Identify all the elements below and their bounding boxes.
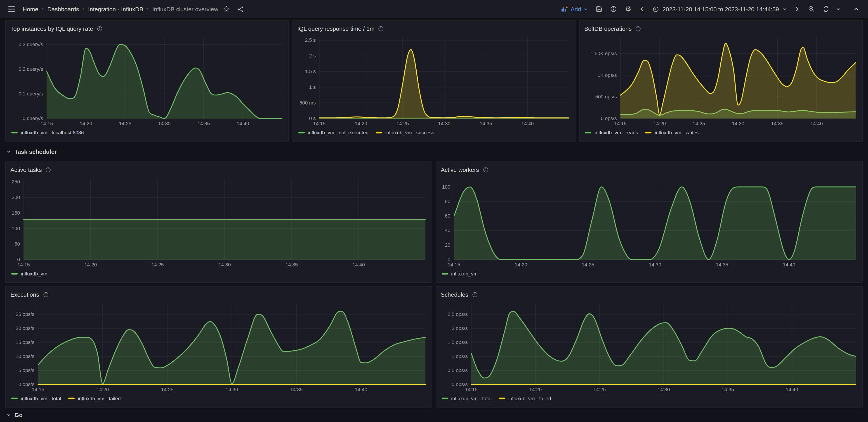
svg-text:14:25: 14:25 [693,121,705,126]
svg-text:1K ops/s: 1K ops/s [598,72,617,78]
legend-item[interactable]: influxdb_vm [442,271,477,276]
legend-swatch [645,131,652,133]
dashboard-info-icon[interactable] [608,3,620,16]
chart-canvas[interactable]: 05010015020025014:1514:2014:2514:3014:35… [9,175,428,269]
panel-info-icon[interactable] [472,292,477,297]
svg-text:0.2 query/s: 0.2 query/s [19,66,43,72]
svg-text:14:35: 14:35 [285,262,298,268]
zoom-out-icon[interactable] [805,3,818,16]
legend-item[interactable]: influxdb_vm - total [442,396,492,401]
panel-info-icon[interactable] [635,26,641,31]
svg-text:14:40: 14:40 [783,262,795,268]
legend-item[interactable]: influxdb_vm - success [376,130,434,135]
breadcrumb: Home › Dashboards › Integration - Influx… [23,6,218,12]
legend-label: influxdb_vm - failed [508,396,551,401]
legend: influxdb_vm - totalinfluxdb_vm - failed [9,393,428,403]
section-task-scheduler[interactable]: Task scheduler [5,142,863,161]
panel-header: Schedules [440,290,859,299]
panel-title[interactable]: Active tasks [10,166,42,173]
legend-label: influxdb_vm - not_executed [308,130,368,135]
breadcrumb-home[interactable]: Home [23,6,38,12]
svg-text:14:25: 14:25 [161,387,174,392]
breadcrumb-dashboards[interactable]: Dashboards [47,6,79,12]
panel-title[interactable]: Executions [10,291,39,298]
panel-title[interactable]: IQL query response time / 1m [297,25,375,32]
legend-label: influxdb_vm - localhost:8086 [21,130,84,135]
svg-text:150: 150 [12,210,20,216]
legend-item[interactable]: influxdb_vm - localhost:8086 [11,130,84,135]
panel-info-icon[interactable] [45,167,51,173]
panel-title[interactable]: BoltDB operations [584,25,632,32]
chart-canvas[interactable]: 0 s500 ms1 s1.5 s2 s2.5 s14:1514:2014:25… [296,33,571,127]
svg-text:250: 250 [12,179,20,184]
top-nav: Home › Dashboards › Integration - Influx… [0,0,868,19]
panel-executions: Executions 0 ops/s5 ops/s10 ops/s15 ops/… [5,286,432,408]
add-button[interactable]: Add [558,3,591,16]
panel-info-icon[interactable] [483,167,489,173]
svg-text:2.5 ops/s: 2.5 ops/s [447,311,468,317]
svg-text:14:35: 14:35 [479,121,492,126]
svg-text:25 ops/s: 25 ops/s [16,311,34,317]
legend-item[interactable]: influxdb_vm [11,271,47,276]
settings-icon[interactable]: ⚙ [622,3,634,16]
svg-text:14:20: 14:20 [96,387,109,392]
legend-item[interactable]: influxdb_vm - writes [645,130,699,135]
panel-info-icon[interactable] [97,26,103,31]
refresh-icon[interactable] [819,3,832,16]
svg-text:14:15: 14:15 [32,387,44,392]
svg-text:14:35: 14:35 [197,121,210,126]
chart-canvas[interactable]: 0 ops/s0.5 ops/s1 ops/s1.5 ops/s2 ops/s2… [440,299,859,393]
svg-text:0 query/s: 0 query/s [23,116,43,121]
legend: influxdb_vm - totalinfluxdb_vm - failed [440,393,859,403]
legend-item[interactable]: influxdb_vm - total [11,396,61,401]
legend-label: influxdb_vm - failed [78,396,121,401]
legend-swatch [11,131,18,133]
chart-canvas[interactable]: 0 ops/s500 ops/s1K ops/s1.50K ops/s14:15… [583,33,859,127]
prev-range-icon[interactable] [636,3,649,16]
clock-icon [653,6,659,12]
panel-title[interactable]: Schedules [441,291,468,298]
refresh-caret-icon[interactable] [834,3,842,16]
chart-canvas[interactable]: 0 ops/s5 ops/s10 ops/s15 ops/s20 ops/s25… [9,299,428,393]
section-chevron-icon [6,413,11,418]
legend-item[interactable]: influxdb_vm - reads [585,130,638,135]
svg-text:500 ms: 500 ms [299,100,315,106]
legend-item[interactable]: influxdb_vm - not_executed [298,130,368,135]
legend-swatch [376,131,382,133]
panel-info-icon[interactable] [378,26,384,31]
time-range-picker[interactable]: 2023-11-20 14:15:00 to 2023-11-20 14:44:… [651,3,789,16]
save-icon[interactable] [593,3,606,16]
legend-swatch [442,398,448,399]
collapse-top-icon[interactable] [850,3,863,16]
svg-text:2 s: 2 s [309,53,315,59]
star-icon[interactable] [220,3,233,16]
svg-text:1 ops/s: 1 ops/s [452,354,468,359]
svg-text:0.5 ops/s: 0.5 ops/s [447,367,468,373]
share-icon[interactable] [235,3,247,16]
legend-item[interactable]: influxdb_vm - failed [68,396,121,401]
chart-canvas[interactable]: 0 query/s0.1 query/s0.2 query/s0.3 query… [9,33,285,127]
legend-label: influxdb_vm - success [385,130,434,135]
menu-icon[interactable] [5,3,18,16]
panel-info-icon[interactable] [43,292,49,297]
svg-text:14:25: 14:25 [396,121,409,126]
time-caret-icon [782,6,787,11]
breadcrumb-folder[interactable]: Integration - InfluxDB [88,6,143,12]
panel-title[interactable]: Active workers [441,166,479,173]
next-range-icon[interactable] [791,3,803,16]
panel-title[interactable]: Top instances by IQL query rate [10,25,93,32]
breadcrumb-current-dashboard[interactable]: InfluxDB cluster overview [152,6,218,12]
add-panel-icon [561,5,568,13]
svg-text:100: 100 [12,226,20,231]
svg-text:1.50K ops/s: 1.50K ops/s [591,51,617,56]
chart-canvas[interactable]: 02040608010014:1514:2014:2514:3014:3514:… [440,175,859,269]
svg-text:14:20: 14:20 [515,262,527,268]
legend-item[interactable]: influxdb_vm - failed [499,396,551,401]
svg-text:14:35: 14:35 [716,262,728,268]
svg-text:20: 20 [445,242,450,248]
svg-text:14:20: 14:20 [84,262,97,268]
section-go[interactable]: Go [5,408,863,422]
svg-text:14:25: 14:25 [151,262,164,268]
breadcrumb-separator: › [83,6,85,12]
legend-swatch [11,273,18,275]
